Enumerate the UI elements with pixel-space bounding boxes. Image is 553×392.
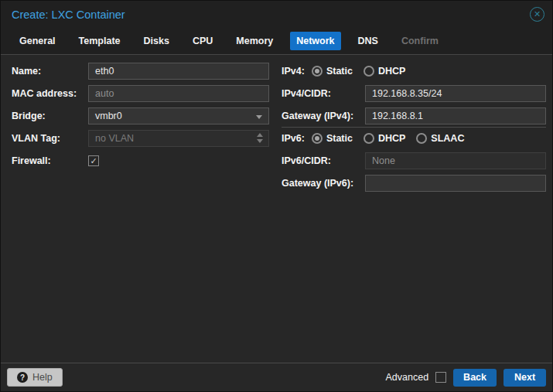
ipv6-cidr-row: IPv6/CIDR: — [282, 152, 546, 169]
tab-confirm: Confirm — [395, 32, 445, 50]
vlan-row: VLAN Tag: no VLAN — [12, 130, 269, 147]
gateway4-label: Gateway (IPv4): — [282, 111, 365, 121]
spinner-down-icon[interactable] — [257, 139, 263, 143]
name-row: Name: — [12, 63, 269, 80]
ipv4-ipv6-divider — [282, 127, 546, 128]
tab-template[interactable]: Template — [73, 32, 127, 50]
advanced-label: Advanced — [386, 372, 429, 383]
mac-input[interactable] — [88, 85, 269, 102]
network-form: Name: MAC address: Bridge: vmbr0 VLAN Ta… — [1, 55, 552, 363]
gateway6-input[interactable] — [365, 175, 546, 192]
bridge-row: Bridge: vmbr0 — [12, 107, 269, 124]
check-icon: ✓ — [90, 157, 97, 165]
ipv6-cidr-label: IPv6/CIDR: — [282, 155, 365, 166]
chevron-down-icon — [256, 115, 262, 119]
create-lxc-container-dialog: Create: LXC Container ✕ General Template… — [0, 0, 553, 392]
firewall-checkbox[interactable]: ✓ — [88, 155, 99, 166]
radio-ipv4-static[interactable]: Static — [312, 66, 353, 77]
ipv4-mode-row: IPv4: Static DHCP — [282, 63, 546, 80]
dialog-title: Create: LXC Container — [12, 9, 530, 21]
tab-bar: General Template Disks CPU Memory Networ… — [1, 28, 552, 55]
gateway6-label: Gateway (IPv6): — [282, 178, 365, 189]
radio-ipv6-static[interactable]: Static — [312, 133, 353, 144]
radio-icon — [416, 133, 427, 144]
close-icon[interactable]: ✕ — [530, 7, 544, 22]
tab-disks[interactable]: Disks — [138, 32, 176, 50]
left-column: Name: MAC address: Bridge: vmbr0 VLAN Ta… — [12, 63, 269, 175]
advanced-checkbox[interactable] — [435, 372, 446, 383]
gateway4-row: Gateway (IPv4): — [282, 107, 546, 124]
name-input[interactable] — [88, 63, 269, 80]
tab-memory[interactable]: Memory — [230, 32, 279, 50]
tab-cpu[interactable]: CPU — [186, 32, 219, 50]
radio-ipv4-dhcp[interactable]: DHCP — [364, 66, 405, 77]
ipv4-cidr-label: IPv4/CIDR: — [282, 88, 365, 99]
ipv4-cidr-row: IPv4/CIDR: — [282, 85, 546, 102]
next-button[interactable]: Next — [504, 369, 546, 387]
help-button[interactable]: ? Help — [7, 368, 63, 387]
vlan-placeholder: no VLAN — [95, 133, 134, 144]
gateway4-input[interactable] — [365, 107, 546, 124]
help-icon: ? — [17, 372, 28, 383]
radio-icon — [364, 133, 374, 144]
radio-ipv6-dhcp[interactable]: DHCP — [364, 133, 405, 144]
tab-network[interactable]: Network — [290, 32, 340, 50]
ipv6-mode-label: IPv6: — [282, 133, 305, 144]
spinner-icons — [257, 133, 263, 143]
bridge-value: vmbr0 — [95, 111, 122, 121]
footer-actions: Advanced Back Next — [386, 369, 547, 387]
ipv6-cidr-input[interactable] — [365, 152, 546, 169]
firewall-row: Firewall: ✓ — [12, 152, 269, 169]
ipv4-mode-label: IPv4: — [282, 66, 305, 77]
title-bar: Create: LXC Container ✕ — [1, 1, 552, 28]
vlan-label: VLAN Tag: — [12, 133, 88, 144]
radio-icon — [364, 66, 374, 77]
ipv6-mode-row: IPv6: Static DHCP SLAAC — [282, 130, 546, 147]
tab-dns[interactable]: DNS — [352, 32, 384, 50]
gateway6-row: Gateway (IPv6): — [282, 175, 546, 192]
mac-row: MAC address: — [12, 85, 269, 102]
radio-icon — [312, 66, 323, 77]
firewall-label: Firewall: — [12, 155, 88, 166]
right-column: IPv4: Static DHCP IPv4/CIDR: Gateway (IP… — [282, 63, 546, 197]
vlan-spinner[interactable]: no VLAN — [88, 130, 269, 147]
name-label: Name: — [12, 66, 88, 77]
radio-ipv6-slaac[interactable]: SLAAC — [416, 133, 464, 144]
tab-general[interactable]: General — [13, 32, 62, 50]
footer-bar: ? Help Advanced Back Next — [1, 363, 552, 391]
spinner-up-icon[interactable] — [257, 133, 263, 137]
bridge-select[interactable]: vmbr0 — [88, 107, 269, 124]
radio-icon — [312, 133, 323, 144]
back-button[interactable]: Back — [453, 369, 497, 387]
mac-label: MAC address: — [12, 88, 88, 99]
bridge-label: Bridge: — [12, 111, 88, 121]
ipv4-cidr-input[interactable] — [365, 85, 546, 102]
